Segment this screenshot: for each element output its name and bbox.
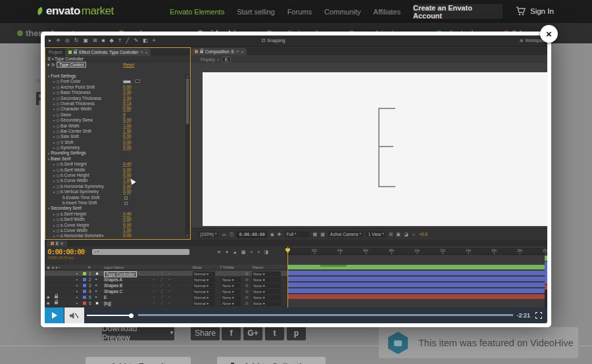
composition-viewport[interactable] [191, 63, 547, 227]
layer-row-2[interactable]: ▸2✦Shapes A▪ ╱ ▪Normal ▾None ▾◎None ▾ [45, 277, 287, 283]
stopwatch-icon[interactable]: ◷ [55, 141, 61, 145]
parent-select[interactable]: None ▾ [252, 271, 281, 277]
mute-button[interactable] [64, 307, 84, 323]
property-checkbox[interactable] [124, 202, 128, 205]
twirl-arrow-icon[interactable]: ▸ [45, 234, 55, 237]
social-pinterest-button[interactable]: p [287, 325, 306, 340]
video-preview-frame[interactable]: ▸✛◎↻▣⊞■◆T╱✎◧⌖ Snapping ⊞ Workspace Proje… [45, 35, 547, 307]
effect-row[interactable]: ▸ ◷ s.Serif Height0.40 [45, 212, 185, 217]
layer-name[interactable]: E [104, 294, 107, 300]
layer-row-4[interactable]: ▸4✦Shapes C▪ ╱ ▪Normal ▾None ▾◎None ▾ [45, 288, 287, 294]
property-value[interactable]: 0.00 [123, 140, 132, 145]
fast-preview-icon[interactable]: ▣ [396, 232, 401, 237]
stopwatch-icon[interactable]: ◷ [55, 124, 61, 128]
twirl-arrow-icon[interactable]: ▸ [45, 217, 55, 221]
clone-stamp-tool-icon[interactable]: ✎ [134, 37, 138, 44]
envato-market-logo[interactable]: envatomarket [36, 5, 114, 18]
timeline-search-input[interactable]: ⌕ ▾ [92, 249, 189, 255]
volume-slider[interactable] [87, 315, 131, 316]
add-to-favorites-button[interactable]: ♥ Add to Favorites [86, 357, 191, 364]
zoom-tool-icon[interactable]: ◎ [65, 37, 70, 44]
workspace-menu[interactable]: ⊞ Workspace [520, 38, 545, 43]
stopwatch-icon[interactable]: ◷ [55, 217, 61, 221]
lock-icon[interactable] [55, 296, 58, 298]
mode-select[interactable]: Normal ▾ [193, 301, 215, 306]
twirl-arrow-icon[interactable]: ▸ [45, 185, 55, 189]
composition-canvas[interactable] [203, 72, 547, 226]
parent-select[interactable]: None ▾ [252, 295, 281, 300]
twirl-arrow-icon[interactable]: ▸ [45, 162, 55, 166]
stopwatch-icon[interactable]: ◷ [55, 113, 61, 117]
mask-visibility-icon[interactable]: ◫ [230, 232, 234, 237]
stopwatch-icon[interactable]: ◷ [55, 102, 61, 106]
twirl-arrow-icon[interactable]: ▸ [45, 97, 55, 101]
property-value[interactable]: 1.00 [123, 129, 132, 134]
twirl-arrow-icon[interactable]: ▸ [45, 107, 55, 111]
property-checkbox[interactable] [124, 196, 128, 200]
parent-pickwhip-icon[interactable]: ◎ [245, 277, 248, 283]
twirl-arrow-icon[interactable]: ▸ [45, 135, 55, 139]
effect-row[interactable]: ▸ ◷ b.Serif Height0.40 [45, 162, 185, 167]
effect-row[interactable]: ▸ ◷ s.Curve Width1.00 [45, 228, 185, 233]
stopwatch-icon[interactable]: ◷ [55, 229, 61, 233]
breadcrumb[interactable]: H [36, 78, 41, 84]
effect-row[interactable]: ▸ ◷ Font Color [45, 79, 185, 84]
cart-icon[interactable] [516, 7, 526, 18]
brush-tool-icon[interactable]: ╱ [126, 37, 130, 44]
nav-envato-elements[interactable]: Envato Elements [170, 8, 224, 16]
effect-row[interactable]: ▸ ◷ Secondary Thickness2.00 [45, 96, 185, 101]
effect-row[interactable]: ▸ Rounding Settings [45, 150, 185, 156]
zoom-select[interactable]: (100%)▾ [198, 231, 218, 237]
reset-link[interactable]: Reset [123, 62, 134, 67]
twirl-arrow-icon[interactable]: ▸ [76, 277, 78, 283]
col-mode[interactable]: Mode [193, 265, 202, 269]
graph-editor-icon[interactable]: ⌖ [257, 250, 260, 255]
property-value[interactable]: 0.00 [123, 134, 132, 139]
parent-pickwhip-icon[interactable]: ◎ [245, 271, 248, 277]
trkmat-select[interactable]: None ▾ [221, 301, 241, 306]
property-value[interactable]: 2.00 [123, 90, 132, 95]
layer-duration-bar[interactable] [287, 271, 545, 275]
layer-name[interactable]: [bg] [104, 300, 111, 306]
social-google-plus-button[interactable]: G+ [243, 325, 262, 340]
layer-label-color[interactable] [83, 290, 86, 293]
effect-row[interactable]: ▸ ◷ b.Vertical Symmetry0.00 [45, 189, 185, 194]
property-value[interactable]: 0.40 [123, 212, 132, 217]
property-value[interactable]: 2.00 [123, 96, 132, 101]
twirl-arrow-icon[interactable]: ▸ [76, 300, 78, 306]
view-layout-select[interactable]: 1 View▾ [366, 231, 386, 237]
hide-shy-icon[interactable]: ▲ [233, 250, 237, 255]
property-value[interactable]: 1.00 [123, 124, 132, 129]
effect-row[interactable]: ▾ Base Serif [45, 156, 185, 162]
effect-row[interactable]: ▸ ◷ Overall Thickness0.14 [45, 101, 185, 106]
layer-label-color[interactable] [83, 278, 86, 281]
layer-name[interactable]: Shapes A [104, 277, 122, 283]
stopwatch-icon[interactable]: ◷ [55, 91, 61, 95]
close-tab-icon[interactable]: × [61, 241, 63, 246]
play-button[interactable] [45, 307, 64, 323]
effect-row[interactable]: ▸ ◷ Character Width0.50 [45, 106, 185, 112]
parent-pickwhip-icon[interactable]: ◎ [245, 294, 248, 300]
property-value[interactable]: 0.40 [123, 162, 132, 167]
chevron-down-icon[interactable]: ▼ [236, 50, 239, 53]
grid-options-icon[interactable]: ▭ [222, 232, 226, 237]
parent-select[interactable]: None ▾ [252, 277, 281, 283]
twirl-arrow-icon[interactable]: ▸ [45, 179, 55, 183]
layer-label-color[interactable] [83, 284, 86, 287]
roi-icon[interactable]: ▦ [313, 232, 318, 237]
timeline-track-area[interactable]: 02s04s06s08s10s12s14s16s18s20s [287, 246, 545, 307]
share-button[interactable]: Share [191, 325, 220, 340]
social-facebook-button[interactable]: f [222, 325, 241, 340]
layer-row-3[interactable]: ▸3✦Shapes B▪ ╱ ▪Normal ▾None ▾◎None ▾ [45, 283, 287, 288]
navigator-comp-chip[interactable]: E [222, 57, 231, 62]
property-value[interactable]: 0.00 [123, 168, 132, 173]
layer-name[interactable]: Shapes B [104, 283, 122, 288]
scrollbar-thumb[interactable] [186, 78, 189, 124]
puppet-pin-tool-icon[interactable]: ⌖ [153, 37, 156, 44]
effect-row[interactable]: ▸ ◷ Anchor Point Shift0.00 [45, 85, 185, 90]
stopwatch-icon[interactable]: ◷ [55, 107, 61, 111]
color-swatch[interactable] [123, 80, 131, 83]
trkmat-select[interactable]: None ▾ [221, 283, 241, 288]
effect-panel-scrollbar[interactable]: ▲ ▼ [185, 74, 189, 237]
stopwatch-icon[interactable]: ◷ [55, 97, 61, 101]
